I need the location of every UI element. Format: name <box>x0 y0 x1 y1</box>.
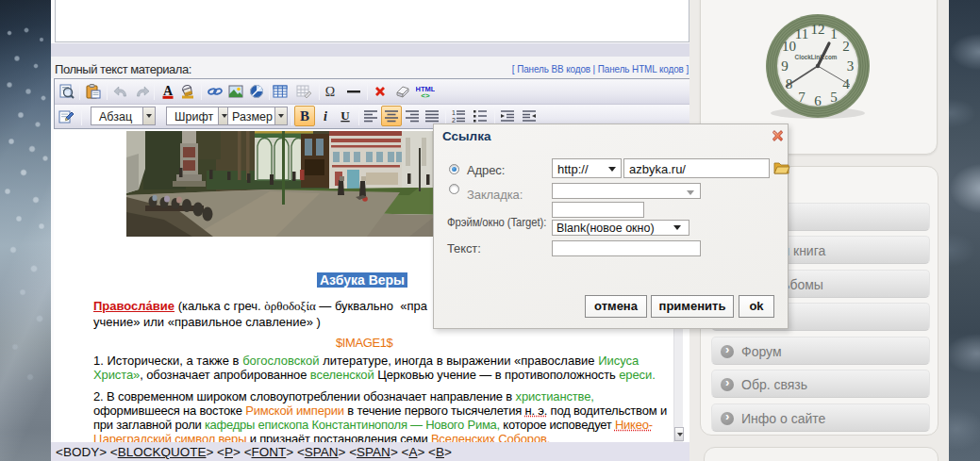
svg-text:U: U <box>341 108 350 123</box>
svg-text:1: 1 <box>830 26 838 41</box>
svg-text:i: i <box>324 109 327 123</box>
svg-text:6: 6 <box>814 93 822 108</box>
svg-text:11: 11 <box>795 26 808 41</box>
svg-text:1: 1 <box>452 109 456 116</box>
svg-text:7: 7 <box>798 90 806 105</box>
svg-text:9: 9 <box>781 58 789 74</box>
svg-text:3: 3 <box>847 58 855 74</box>
svg-text:5: 5 <box>830 90 838 105</box>
svg-text:2: 2 <box>842 39 850 54</box>
svg-text:2: 2 <box>452 117 456 123</box>
svg-text:A: A <box>163 84 174 98</box>
svg-text:12: 12 <box>811 22 825 37</box>
svg-text:ClockLink.com: ClockLink.com <box>795 54 838 60</box>
svg-text:10: 10 <box>782 39 796 54</box>
svg-text:<>: <> <box>421 91 430 99</box>
svg-text:Ω: Ω <box>324 85 334 99</box>
svg-text:B: B <box>300 108 309 123</box>
